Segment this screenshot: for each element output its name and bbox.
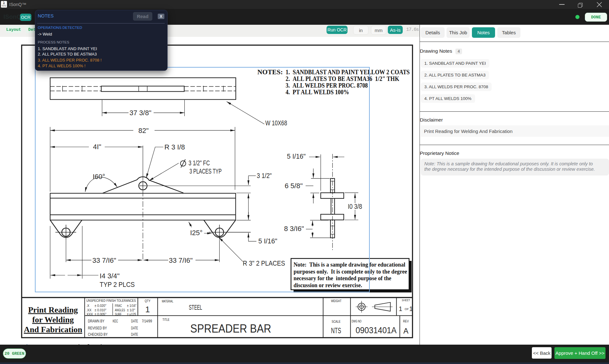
svg-text:DATE: DATE	[131, 332, 138, 337]
svg-text:1: 1	[145, 305, 150, 314]
svg-text:DATE: DATE	[131, 326, 138, 330]
svg-text:DATE: DATE	[131, 319, 138, 323]
svg-text:STEEL: STEEL	[189, 303, 202, 311]
svg-text:SCALE: SCALE	[332, 320, 341, 323]
svg-text:1: 1	[409, 305, 413, 312]
svg-text:09031401A: 09031401A	[356, 326, 397, 335]
svg-text:OF: OF	[405, 307, 409, 311]
svg-text:for Welding: for Welding	[32, 315, 74, 324]
svg-text:UNSPECIFIED FINISH TOLERANCES: UNSPECIFIED FINISH TOLERANCES	[86, 299, 136, 302]
svg-text:NTS: NTS	[331, 326, 341, 335]
svg-text:A: A	[403, 327, 408, 335]
svg-text:± 0.020": ± 0.020"	[95, 304, 106, 308]
svg-text:± 1/16": ± 1/16"	[127, 304, 136, 308]
svg-text:1: 1	[399, 305, 402, 312]
svg-text:± 0.010": ± 0.010"	[95, 308, 106, 312]
svg-text:WEIGHT: WEIGHT	[331, 299, 341, 303]
svg-text:± 1/2": ± 1/2"	[127, 308, 135, 312]
svg-text:.XX: .XX	[86, 308, 91, 312]
svg-text:.X: .X	[86, 304, 89, 308]
svg-text:.XXX: .XXX	[86, 313, 93, 316]
svg-text:QTY: QTY	[145, 299, 150, 303]
svg-text:KEC: KEC	[113, 319, 118, 323]
svg-text:7/14/99: 7/14/99	[142, 319, 152, 323]
svg-text:And Fabrication: And Fabrication	[24, 325, 83, 334]
svg-text:CHECKED BY: CHECKED BY	[88, 332, 108, 337]
svg-text:SURF: SURF	[115, 313, 122, 316]
svg-text:REVISED BY: REVISED BY	[88, 326, 107, 330]
svg-text:MATERIAL: MATERIAL	[162, 299, 173, 303]
svg-text:± µ125: ± µ125	[127, 313, 136, 316]
svg-text:DRAWN BY: DRAWN BY	[88, 319, 105, 323]
svg-text:FRAC: FRAC	[115, 304, 122, 308]
svg-text:ANGLES: ANGLES	[115, 308, 125, 312]
svg-text:SHEET: SHEET	[402, 298, 410, 302]
svg-text:Print Reading: Print Reading	[28, 305, 78, 314]
svg-text:DWG NO: DWG NO	[352, 319, 361, 323]
svg-text:SPREADER BAR: SPREADER BAR	[190, 322, 271, 335]
svg-text:± 0.005": ± 0.005"	[95, 313, 106, 316]
svg-text:REV: REV	[403, 319, 409, 323]
svg-text:TITLE: TITLE	[162, 318, 169, 321]
